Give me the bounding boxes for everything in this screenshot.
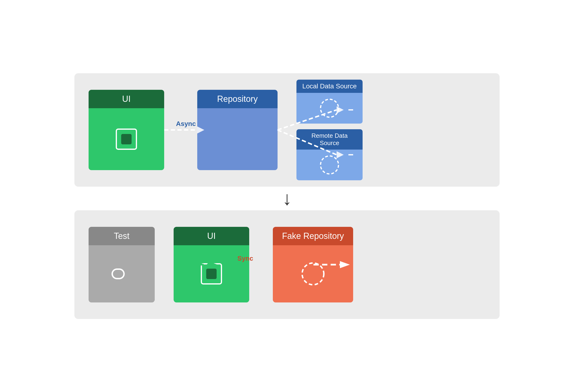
local-ds-block: Local Data Source (296, 80, 363, 124)
remote-ds-block: Remote Data Source (296, 129, 363, 180)
ui-header-top: UI (89, 90, 164, 108)
async-label: Async (176, 120, 196, 128)
fake-repo-header: Fake Repository (273, 227, 353, 245)
repo-block: Repository (197, 90, 278, 170)
top-diagram: UI Async Repository (74, 73, 500, 187)
remote-ds-label: Remote Data Source (298, 132, 361, 147)
local-ds-header: Local Data Source (296, 80, 363, 93)
test-block: Test (89, 227, 155, 302)
svg-point-0 (321, 99, 338, 117)
ui-icon-bottom (201, 263, 222, 285)
down-arrow-symbol: ↓ (282, 189, 292, 208)
svg-rect-10 (112, 269, 124, 279)
repo-header: Repository (197, 90, 278, 108)
test-plug-icon (111, 266, 132, 282)
remote-ds-circle-icon (319, 154, 340, 176)
ui-label-bottom: UI (207, 231, 216, 241)
fake-repo-body (273, 245, 353, 302)
down-arrow: ↓ (282, 187, 292, 210)
data-sources-col: Local Data Source Remote Data Source (296, 80, 363, 180)
fake-repo-circle-icon (300, 261, 326, 287)
sync-text: Sync (237, 255, 253, 262)
ui-block-top: UI (89, 90, 164, 170)
svg-point-1 (321, 156, 338, 174)
main-wrapper: UI Async Repository (74, 73, 500, 319)
remote-ds-header: Remote Data Source (296, 129, 363, 150)
ui-body-top (89, 108, 164, 170)
ui-icon-inner-top (121, 134, 132, 144)
local-ds-body (296, 93, 363, 124)
test-label: Test (114, 231, 129, 241)
repo-label: Repository (217, 94, 258, 104)
local-ds-label: Local Data Source (302, 83, 357, 90)
remote-ds-body (296, 150, 363, 180)
ui-icon-inner-bottom (206, 269, 217, 279)
bottom-diagram-inner: Test UI (89, 222, 485, 307)
ui-header-bottom: UI (174, 227, 249, 245)
test-header: Test (89, 227, 155, 245)
async-text: Async (176, 120, 196, 127)
ui-block-bottom: UI (174, 227, 249, 302)
fake-repo-label: Fake Repository (282, 231, 344, 241)
ui-icon-top (116, 128, 137, 150)
top-diagram-inner: UI Async Repository (89, 85, 485, 175)
sync-label: Sync (237, 255, 253, 262)
svg-point-11 (302, 263, 324, 285)
local-ds-circle-icon (319, 98, 340, 119)
fake-repo-block: Fake Repository (273, 227, 353, 302)
bottom-diagram: Test UI (74, 210, 500, 319)
ui-body-bottom (174, 245, 249, 302)
ui-label-top: UI (122, 94, 131, 104)
test-body (89, 245, 155, 302)
repo-body (197, 108, 278, 170)
